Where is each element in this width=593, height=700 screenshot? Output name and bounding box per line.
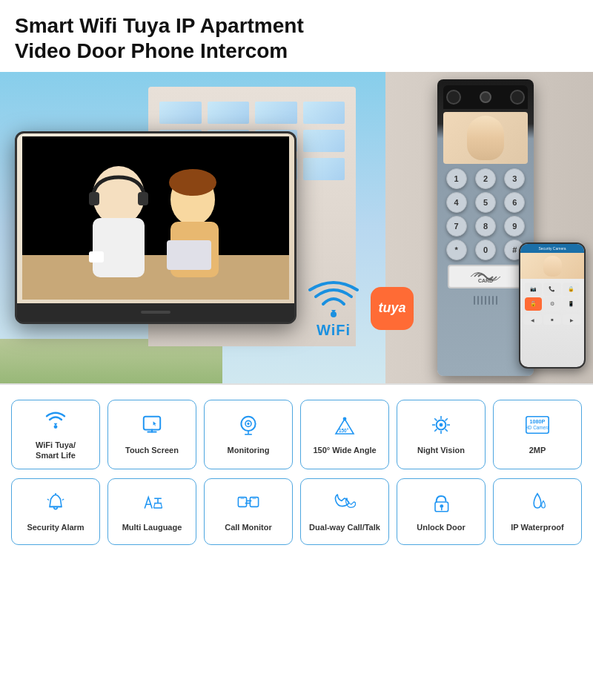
feature-hd-camera: 1080P HD Camera 2MP — [493, 400, 582, 469]
svg-text:150°: 150° — [339, 429, 349, 434]
panel-keypad: 1 2 3 4 5 6 7 8 9 * 0 # — [443, 168, 528, 260]
feature-monitoring: Monitoring — [204, 400, 293, 469]
feature-wifi-tuya-label: WiFi Tuya/ Smart Life — [36, 440, 76, 461]
sensor-right — [510, 90, 525, 105]
phone-btn-small-3[interactable]: ▶ — [563, 314, 581, 325]
feature-unlock-door-label: Unlock Door — [417, 522, 465, 532]
wifi-tuya-badges: WiFi tuya — [304, 277, 414, 339]
hd-camera-icon: 1080P HD Camera — [526, 413, 549, 440]
phone-btn-1[interactable]: 📷 — [525, 283, 542, 296]
keypad-4[interactable]: 4 — [446, 192, 467, 213]
phone-controls: 📷 📞 🔒 🔓 ⚙ 📱 — [523, 280, 582, 313]
keypad-5[interactable]: 5 — [475, 192, 496, 213]
panel-face-display — [467, 116, 504, 160]
wifi-tuya-icon — [44, 408, 67, 435]
svg-rect-10 — [89, 251, 104, 262]
smartphone-device: Security Camera 📷 📞 🔒 🔓 ⚙ 📱 ◀ ■ ▶ — [519, 242, 586, 369]
keypad-3[interactable]: 3 — [504, 168, 525, 189]
features-section: WiFi Tuya/ Smart Life Touch Screen — [0, 385, 593, 569]
feature-ip-waterproof-label: IP Waterproof — [511, 522, 564, 532]
feature-dual-way-label: Dual-way Call/Talk — [309, 522, 380, 532]
svg-line-31 — [445, 429, 448, 432]
feature-night-vision: Night Vision — [397, 400, 486, 469]
window — [255, 102, 297, 124]
svg-line-33 — [434, 429, 437, 432]
svg-point-23 — [343, 417, 347, 421]
phone-btn-2[interactable]: 📞 — [543, 283, 560, 296]
phone-btn-6[interactable]: 📱 — [563, 297, 580, 311]
phone-camera-view — [520, 253, 584, 279]
tuya-label: tuya — [378, 300, 405, 316]
keypad-7[interactable]: 7 — [446, 216, 467, 237]
monitor-stand — [141, 311, 170, 314]
feature-call-monitor-label: Call Monitor — [225, 522, 272, 532]
phone-screen: Security Camera 📷 📞 🔒 🔓 ⚙ 📱 ◀ ■ ▶ — [520, 244, 584, 367]
feature-wide-angle-label: 150° Wide Angle — [313, 445, 376, 455]
monitor-base — [17, 303, 294, 322]
sensor-left — [446, 90, 461, 105]
feature-call-monitor: Call Monitor — [204, 478, 293, 545]
call-monitor-icon — [236, 490, 260, 518]
svg-text:1080P: 1080P — [530, 419, 546, 426]
feature-multi-language: Multi Lauguage — [107, 478, 196, 545]
wide-angle-icon: 150° — [333, 413, 357, 440]
feature-wifi-tuya: WiFi Tuya/ Smart Life — [11, 400, 100, 469]
dual-way-icon — [333, 490, 357, 518]
window — [159, 102, 202, 124]
keypad-8[interactable]: 8 — [475, 216, 496, 237]
feature-hd-camera-label: 2MP — [529, 445, 546, 455]
feature-touch-screen-label: Touch Screen — [125, 445, 179, 455]
unlock-door-icon — [429, 490, 453, 518]
keypad-9[interactable]: 9 — [504, 216, 525, 237]
header: Smart Wifi Tuya IP Apartment Video Door … — [0, 0, 593, 72]
page-title: Smart Wifi Tuya IP Apartment Video Door … — [15, 13, 578, 63]
multi-language-icon — [140, 490, 164, 518]
phone-btn-5[interactable]: ⚙ — [543, 297, 560, 311]
wifi-large-badge: WiFi — [304, 277, 363, 339]
keypad-2[interactable]: 2 — [475, 168, 496, 189]
feature-night-vision-label: Night Vision — [417, 445, 465, 455]
svg-point-2 — [93, 166, 145, 225]
phone-btn-small-2[interactable]: ■ — [543, 314, 562, 325]
keypad-0[interactable]: 0 — [475, 240, 496, 260]
feature-touch-screen: Touch Screen — [107, 400, 196, 469]
svg-point-19 — [247, 423, 249, 425]
svg-text:CARD: CARD — [478, 278, 493, 283]
feature-security-alarm-label: Security Alarm — [27, 522, 84, 532]
keypad-star[interactable]: * — [446, 240, 467, 260]
features-row-1: WiFi Tuya/ Smart Life Touch Screen — [11, 400, 582, 469]
svg-point-8 — [169, 169, 216, 196]
svg-point-12 — [331, 311, 337, 317]
svg-line-30 — [434, 419, 437, 421]
security-alarm-icon — [44, 490, 67, 518]
panel-speaker — [456, 293, 515, 308]
panel-top-sensors — [443, 85, 528, 109]
window — [303, 158, 345, 180]
night-vision-icon — [429, 413, 453, 440]
feature-security-alarm: Security Alarm — [11, 478, 100, 545]
svg-point-51 — [440, 504, 443, 508]
monitor-screen — [17, 133, 294, 303]
window — [303, 130, 345, 152]
svg-rect-14 — [144, 417, 160, 430]
svg-point-25 — [440, 423, 443, 427]
phone-btn-3[interactable]: 🔒 — [563, 283, 580, 296]
svg-text:HD Camera: HD Camera — [526, 426, 549, 431]
svg-rect-4 — [89, 192, 99, 205]
panel-camera — [480, 91, 491, 103]
phone-btn-small-1[interactable]: ◀ — [523, 314, 542, 325]
feature-multi-language-label: Multi Lauguage — [122, 522, 182, 532]
feature-wide-angle: 150° 150° Wide Angle — [300, 400, 389, 469]
phone-face-display — [543, 256, 562, 277]
svg-marker-49 — [250, 500, 251, 502]
phone-btn-unlock[interactable]: 🔓 — [525, 297, 542, 311]
keypad-6[interactable]: 6 — [504, 192, 525, 213]
svg-line-38 — [47, 499, 49, 501]
hero-section: 1 2 3 4 5 6 7 8 9 * 0 # CARD — [0, 72, 593, 383]
svg-rect-1 — [22, 136, 289, 255]
window — [208, 102, 250, 124]
svg-line-39 — [62, 499, 64, 501]
monitoring-icon — [236, 413, 260, 440]
keypad-1[interactable]: 1 — [446, 168, 467, 189]
svg-rect-5 — [138, 192, 148, 205]
